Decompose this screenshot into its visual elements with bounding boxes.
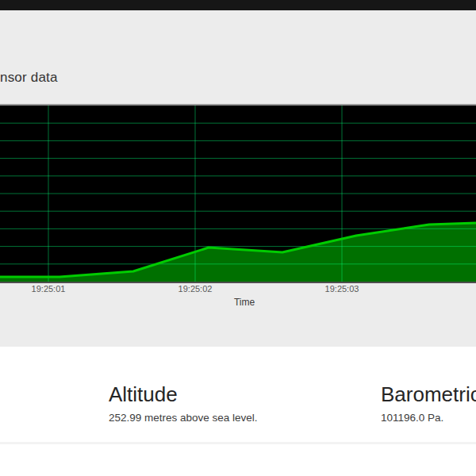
metric-value: 101196.0 Pa. xyxy=(381,412,443,424)
x-tick-label: 19:25:02 xyxy=(178,284,213,294)
metric-value: 252.99 metres above sea level. xyxy=(109,412,258,424)
metric-title: Barometric xyxy=(381,382,476,407)
metric-title: Altitude xyxy=(109,382,178,407)
page-header: nsor data xyxy=(0,10,476,104)
page-title: nsor data xyxy=(0,70,58,86)
x-axis-ticks: 19:25:0119:25:0219:25:03 xyxy=(0,284,476,295)
x-axis-area: 19:25:0119:25:0219:25:03 Time xyxy=(0,283,476,347)
app-root: nsor data 19:25:0119:25:0219:25:03 Time … xyxy=(0,0,476,476)
top-black-bar xyxy=(0,0,476,10)
sensor-chart[interactable] xyxy=(0,104,476,283)
x-tick-label: 19:25:03 xyxy=(325,284,359,294)
x-axis-title: Time xyxy=(234,297,255,308)
sensor-chart-svg[interactable] xyxy=(0,106,476,282)
section-divider xyxy=(0,442,476,444)
metrics-section: Altitude 252.99 metres above sea level. … xyxy=(0,347,476,476)
x-tick-label: 19:25:01 xyxy=(32,284,66,294)
